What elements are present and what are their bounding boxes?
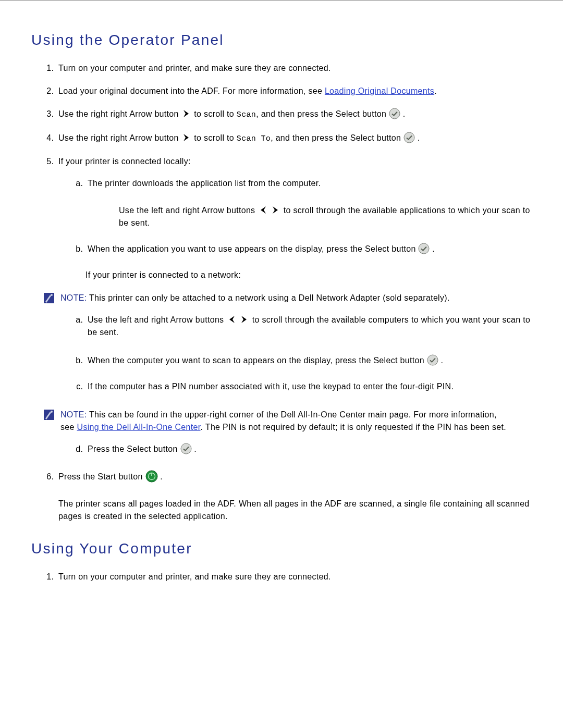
note-icon (44, 410, 54, 420)
step-6-text-a: Press the Start button (58, 472, 145, 481)
step-3-text-a: Use the right right Arrow button (58, 109, 181, 118)
net-step-a: Use the left and right Arrow buttons to … (85, 314, 532, 339)
step-4: Use the right right Arrow button to scro… (56, 132, 532, 145)
svg-point-8 (181, 443, 191, 454)
select-button-icon (403, 132, 415, 143)
ordered-steps-your-computer: Turn on your computer and printer, and m… (31, 571, 532, 583)
net-step-c: If the computer has a PIN number associa… (85, 380, 532, 393)
step-5a-detail-a: Use the left and right Arrow buttons (119, 206, 258, 215)
step-4-text-d: . (418, 133, 420, 142)
svg-point-7 (51, 411, 53, 413)
step-2: Load your original document into the ADF… (56, 85, 532, 97)
arrow-right-icon (181, 108, 192, 119)
arrow-right-icon (271, 205, 281, 215)
note-2-label: NOTE: (60, 410, 87, 419)
note-icon (44, 293, 54, 303)
step-3: Use the right right Arrow button to scro… (56, 108, 532, 121)
note-2: NOTE: This can be found in the upper-rig… (44, 409, 532, 434)
arrow-left-icon (258, 205, 268, 215)
note-1: NOTE: This printer can only be attached … (44, 292, 532, 304)
select-button-icon (180, 443, 192, 454)
step-4-text-c: , and then press the Select button (271, 133, 403, 142)
step-2-text-b: . (434, 87, 437, 95)
step-5-network-substeps: Use the left and right Arrow buttons to … (58, 314, 532, 393)
step-5-intro: If your printer is connected locally: (58, 157, 191, 166)
step-4-text-a: Use the right right Arrow button (58, 133, 181, 142)
step-4-code: Scan To (237, 134, 271, 143)
arrow-left-icon (226, 314, 237, 325)
link-loading-original-documents[interactable]: Loading Original Documents (325, 87, 434, 95)
svg-point-0 (389, 108, 400, 119)
link-dell-aio-center[interactable]: Using the Dell All-In-One Center (77, 423, 201, 431)
step-6: Press the Start button . The printer sca… (56, 470, 532, 523)
heading-operator-panel: Using the Operator Panel (31, 32, 532, 48)
note-1-body: This printer can only be attached to a n… (87, 293, 450, 302)
net-step-d-text-b: . (194, 445, 197, 453)
svg-point-9 (146, 471, 157, 482)
select-button-icon (389, 108, 400, 119)
network-intro: If your printer is connected to a networ… (85, 269, 532, 281)
yc-step-1: Turn on your computer and printer, and m… (56, 571, 532, 583)
arrow-right-icon (239, 314, 250, 325)
step-3-text-b: to scroll to (194, 109, 237, 118)
net-step-a-text-a: Use the left and right Arrow buttons (88, 315, 226, 324)
svg-point-5 (427, 355, 438, 365)
select-button-icon (418, 243, 430, 254)
heading-using-your-computer: Using Your Computer (31, 540, 532, 557)
step-3-code: Scan (237, 110, 256, 119)
step-1: Turn on your computer and printer, and m… (56, 62, 532, 75)
step-6-text-b: . (160, 472, 163, 481)
step-5-local-substeps: The printer downloads the application li… (58, 177, 532, 255)
note-1-label: NOTE: (60, 293, 87, 302)
net-step-d-text-a: Press the Select button (88, 445, 180, 453)
step-5a: The printer downloads the application li… (85, 177, 532, 229)
start-button-icon (145, 470, 158, 483)
svg-point-4 (51, 294, 53, 296)
step-5a-detail: Use the left and right Arrow buttons to … (119, 204, 532, 229)
arrow-right-icon (181, 132, 192, 143)
step-5: If your printer is connected locally: Th… (56, 155, 532, 455)
step-3-text-c: , and then press the Select button (256, 109, 389, 118)
net-step-b: When the computer you want to scan to ap… (85, 354, 532, 367)
step-5b: When the application you want to use app… (85, 243, 532, 255)
net-step-d: Press the Select button . (85, 443, 532, 455)
step-5b-text-b: . (432, 244, 435, 253)
page: Using the Operator Panel Turn on your co… (0, 0, 563, 728)
svg-rect-11 (151, 473, 152, 476)
select-button-icon (427, 354, 438, 366)
step-5b-text-a: When the application you want to use app… (88, 244, 418, 253)
step-2-text-a: Load your original document into the ADF… (58, 87, 325, 95)
note-2-text-b: . The PIN is not required by default; it… (201, 423, 507, 431)
ordered-steps-operator-panel: Turn on your computer and printer, and m… (31, 62, 532, 523)
step-5-network-substeps-cont: Press the Select button . (58, 443, 532, 455)
step-3-text-d: . (403, 109, 406, 118)
step-6-after: The printer scans all pages loaded in th… (58, 498, 532, 523)
step-4-text-b: to scroll to (194, 133, 237, 142)
net-step-b-text-b: . (440, 356, 443, 365)
step-5a-text: The printer downloads the application li… (88, 179, 321, 188)
svg-point-2 (419, 243, 429, 254)
svg-point-1 (404, 132, 414, 143)
net-step-b-text-a: When the computer you want to scan to ap… (88, 356, 427, 365)
